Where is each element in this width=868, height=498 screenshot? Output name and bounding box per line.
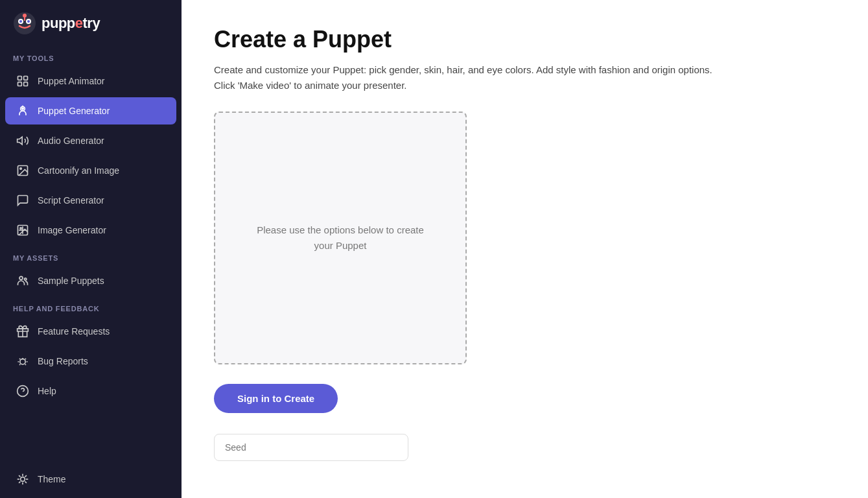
bug-reports-label: Bug Reports	[38, 356, 88, 366]
svg-point-21	[19, 276, 23, 279]
sidebar-item-bug-reports[interactable]: Bug Reports	[5, 348, 176, 375]
svg-point-12	[22, 108, 24, 110]
help-feedback-section-label: Help and Feedback	[0, 296, 182, 316]
bug-reports-icon	[16, 354, 30, 368]
svg-rect-8	[24, 77, 28, 80]
svg-rect-9	[18, 82, 22, 86]
svg-rect-10	[24, 82, 28, 86]
sidebar-item-image-generator[interactable]: Image Generator	[5, 217, 176, 244]
sidebar-item-feature-requests[interactable]: Feature Requests	[5, 318, 176, 345]
audio-generator-label: Audio Generator	[38, 136, 104, 146]
my-tools-section-label: My Tools	[0, 45, 182, 66]
page-description-line2: Click 'Make video' to animate your prese…	[214, 80, 407, 91]
svg-point-16	[20, 168, 21, 170]
page-title: Create a Puppet	[214, 26, 836, 53]
sample-puppets-icon	[16, 274, 30, 288]
sidebar-item-script-generator[interactable]: Script Generator	[5, 187, 176, 214]
sidebar-item-help[interactable]: Help	[5, 377, 176, 405]
svg-line-34	[25, 475, 27, 477]
svg-point-22	[25, 278, 27, 280]
svg-rect-7	[18, 77, 22, 80]
help-label: Help	[38, 386, 56, 396]
theme-label: Theme	[38, 474, 66, 484]
theme-icon	[16, 472, 30, 486]
script-generator-label: Script Generator	[38, 195, 104, 206]
puppet-generator-icon	[16, 104, 30, 118]
cartoonify-icon	[16, 163, 30, 178]
page-description-line1: Create and customize your Puppet: pick g…	[214, 64, 712, 75]
sidebar-item-sample-puppets[interactable]: Sample Puppets	[5, 267, 176, 294]
feature-requests-icon	[16, 324, 30, 338]
sample-puppets-label: Sample Puppets	[38, 276, 104, 286]
svg-point-23	[20, 359, 25, 364]
puppet-animator-icon	[16, 74, 30, 88]
svg-point-26	[21, 477, 25, 482]
svg-point-18	[20, 228, 21, 230]
puppetry-logo-icon	[13, 12, 36, 35]
page-description: Create and customize your Puppet: pick g…	[214, 62, 720, 93]
svg-marker-14	[18, 137, 23, 145]
sign-in-button[interactable]: Sign in to Create	[214, 384, 338, 413]
logo-text: puppetry	[41, 15, 100, 32]
sidebar-item-cartoonify[interactable]: Cartoonify an Image	[5, 157, 176, 184]
audio-generator-icon	[16, 134, 30, 148]
svg-point-3	[19, 20, 22, 23]
puppet-animator-label: Puppet Animator	[38, 76, 105, 86]
cartoonify-label: Cartoonify an Image	[38, 165, 119, 176]
image-generator-label: Image Generator	[38, 225, 106, 235]
puppet-preview-text: Please use the options below to create y…	[257, 222, 424, 254]
help-icon	[16, 384, 30, 398]
svg-point-5	[23, 14, 27, 18]
feature-requests-label: Feature Requests	[38, 326, 110, 337]
sidebar: puppetry My Tools Puppet Animator Puppet…	[0, 0, 182, 498]
svg-line-30	[25, 482, 27, 483]
script-generator-icon	[16, 193, 30, 208]
puppet-generator-label: Puppet Generator	[38, 106, 110, 116]
main-content: Create a Puppet Create and customize you…	[182, 0, 868, 498]
svg-line-33	[19, 482, 20, 483]
image-generator-icon	[16, 223, 30, 237]
puppet-preview-box: Please use the options below to create y…	[214, 112, 467, 364]
sidebar-item-theme[interactable]: Theme	[5, 466, 176, 493]
logo-area: puppetry	[0, 0, 182, 45]
sidebar-item-audio-generator[interactable]: Audio Generator	[5, 127, 176, 154]
my-assets-section-label: My Assets	[0, 245, 182, 266]
seed-input[interactable]	[214, 434, 408, 461]
svg-line-29	[19, 475, 20, 477]
svg-point-4	[27, 20, 30, 23]
sidebar-item-puppet-generator[interactable]: Puppet Generator	[5, 97, 176, 124]
sidebar-item-puppet-animator[interactable]: Puppet Animator	[5, 67, 176, 95]
